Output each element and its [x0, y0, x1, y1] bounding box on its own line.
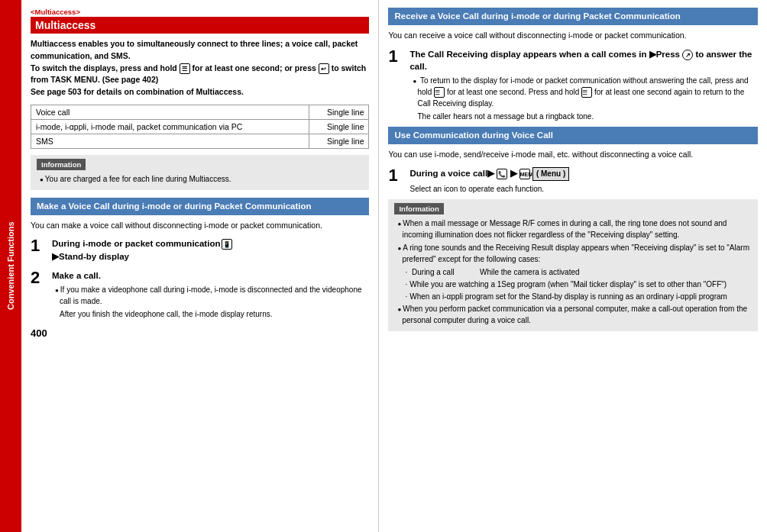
- info2-bullet-1: When a mail message or Message R/F comes…: [394, 218, 752, 240]
- left-section2-header: Make a Voice Call during i-mode or durin…: [31, 198, 369, 215]
- hold-icon-2: ☰: [581, 87, 592, 98]
- sidebar-label: Convenient Functions: [6, 222, 15, 311]
- right-step-number-1: 1: [388, 48, 403, 65]
- info-box-2: Information When a mail message or Messa…: [388, 199, 758, 331]
- packet-icon: 📱: [222, 239, 232, 250]
- task-icon: ↩: [319, 63, 329, 74]
- right-section1-intro: You can receive a voice call without dis…: [388, 30, 758, 42]
- left-step-2: 2 Make a call. If you make a videophone …: [31, 269, 369, 320]
- menu-phone-icon: 📞: [497, 169, 507, 179]
- table-cell-label: SMS: [31, 134, 309, 148]
- right-section2-intro: You can use i-mode, send/receive i-mode …: [388, 149, 758, 161]
- table-row: SMSSingle line: [31, 134, 369, 148]
- info-box-1-header: Information: [37, 159, 86, 170]
- right-step-2-sub: Select an icon to operate each function.: [409, 183, 758, 195]
- info2-sub-2: While you are watching a 1Seg program (w…: [394, 279, 752, 290]
- right-section1-header: Receive a Voice Call during i-mode or du…: [388, 8, 758, 25]
- menu-label: ( Menu ): [532, 167, 569, 181]
- left-step-1: 1 During i-mode or packet communication📱…: [31, 237, 369, 264]
- table-cell-value: Single line: [309, 134, 369, 148]
- right-step-2-content: During a voice call▶ 📞 ▶ MENU ( Menu ) S…: [409, 167, 758, 195]
- info-box-1: Information You are charged a fee for ea…: [31, 155, 369, 190]
- info-box-1-content: You are charged a fee for each line duri…: [37, 173, 363, 185]
- right-column: Receive a Voice Call during i-mode or du…: [379, 0, 767, 532]
- info-box-2-content: When a mail message or Message R/F comes…: [394, 218, 752, 326]
- left-column: <Multiaccess> Multiaccess Multiaccess en…: [21, 0, 379, 532]
- page-number: 400: [31, 327, 369, 339]
- info2-bullet-2: A ring tone sounds and the Receiving Res…: [394, 242, 752, 265]
- section-tag: <Multiaccess>: [31, 8, 369, 16]
- step-1-content: During i-mode or packet communication📱 ▶…: [52, 237, 369, 264]
- step-2-bullet: If you make a videophone call during i-m…: [52, 284, 369, 307]
- right-step-1-title: The Call Receiving display appears when …: [409, 48, 758, 73]
- step-number-2: 2: [31, 269, 46, 286]
- right-step-2-title: During a voice call▶ 📞 ▶ MENU ( Menu ): [409, 167, 758, 181]
- info2-bullet-3: When you perform packet communication vi…: [394, 303, 752, 326]
- table-cell-value: Single line: [309, 105, 369, 119]
- left-section-header: Multiaccess: [31, 17, 369, 34]
- step-number-1: 1: [31, 237, 46, 254]
- info2-sub-3: When an i-αppli program set for the Stan…: [394, 291, 752, 302]
- right-step-1: 1 The Call Receiving display appears whe…: [388, 48, 758, 123]
- right-step-1-bullet: To return to the display for i-mode or p…: [409, 75, 758, 109]
- table-row: i-mode, i-αppli, i-mode mail, packet com…: [31, 119, 369, 134]
- left-section2-intro: You can make a voice call without discon…: [31, 220, 369, 232]
- key-icon: ☰: [180, 63, 190, 74]
- info2-sub-1: During a call While the camera is activa…: [394, 266, 752, 278]
- info-box-2-header: Information: [394, 203, 443, 214]
- step-2-sub: After you finish the videophone call, th…: [52, 308, 369, 320]
- right-step-1-content: The Call Receiving display appears when …: [409, 48, 758, 123]
- answer-icon: ↗: [682, 50, 693, 60]
- right-step-2: 1 During a voice call▶ 📞 ▶ MENU ( Menu )…: [388, 167, 758, 195]
- table-cell-label: i-mode, i-αppli, i-mode mail, packet com…: [31, 119, 309, 134]
- right-section2-header: Use Communication during Voice Call: [388, 127, 758, 144]
- left-intro: Multiaccess enables you to simultaneousl…: [31, 38, 369, 98]
- sidebar: Convenient Functions: [0, 0, 21, 532]
- right-step-1-sub: The caller hears not a message but a rin…: [409, 111, 758, 122]
- right-step-number-2: 1: [388, 167, 403, 184]
- hold-icon: ☰: [434, 87, 445, 98]
- info-bullet-1: You are charged a fee for each line duri…: [37, 173, 363, 185]
- table-cell-value: Single line: [309, 119, 369, 134]
- table-row: Voice callSingle line: [31, 105, 369, 119]
- step-2-content: Make a call. If you make a videophone ca…: [52, 269, 369, 320]
- step-1-title: During i-mode or packet communication📱 ▶…: [52, 237, 369, 262]
- switch-text: To switch the displays, press and hold ☰…: [31, 63, 366, 85]
- step-2-title: Make a call.: [52, 269, 369, 282]
- multiaccess-table: Voice callSingle linei-mode, i-αppli, i-…: [31, 105, 369, 149]
- menu-icon: MENU: [519, 169, 530, 179]
- table-cell-label: Voice call: [31, 105, 309, 119]
